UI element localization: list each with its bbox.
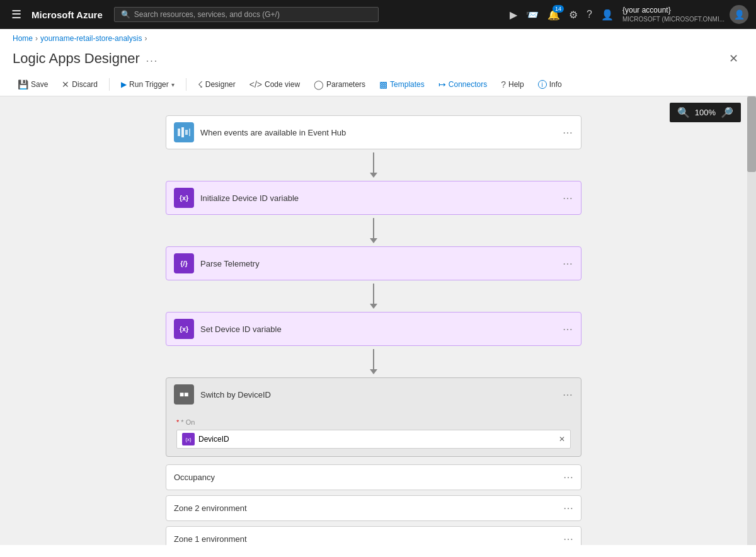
case-occupancy-title: Occupancy xyxy=(174,473,557,482)
node-set-device-id-header: {x} Set Device ID variable ⋯ xyxy=(166,313,581,345)
save-icon: 💾 xyxy=(18,79,28,89)
breadcrumb: Home › yourname-retail-store-analysis › xyxy=(0,29,756,48)
connectors-label: Connectors xyxy=(449,80,487,89)
svg-rect-0 xyxy=(178,129,180,136)
help-toolbar-icon: ? xyxy=(501,79,506,89)
info-label: Info xyxy=(549,80,562,89)
switch-body: * * On {x} DeviceID ✕ xyxy=(166,411,581,456)
zoom-level: 100% xyxy=(695,108,716,117)
node-parse-telemetry-header: {/} Parse Telemetry ⋯ xyxy=(166,247,581,280)
designer-button[interactable]: ☇ Designer xyxy=(193,77,241,92)
account-section[interactable]: {your account} MICROSOFT (MICROSOFT.ONMI… xyxy=(622,5,748,24)
node-init-device-id[interactable]: {x} Initialize Device ID variable ⋯ xyxy=(166,181,581,215)
case-zone2-menu[interactable]: ⋯ xyxy=(563,502,573,514)
node-switch[interactable]: ■■ Switch by DeviceID ⋯ * * On {x} Devic… xyxy=(166,377,581,457)
brand-name: Microsoft Azure xyxy=(32,9,103,20)
node-event-hub-header: When events are available in Event Hub ⋯ xyxy=(166,116,581,149)
case-zone2-title: Zone 2 environment xyxy=(174,503,557,513)
run-trigger-button[interactable]: ▶ Run Trigger ▾ xyxy=(116,78,180,91)
switch-title: Switch by DeviceID xyxy=(200,390,556,399)
breadcrumb-home[interactable]: Home xyxy=(13,34,33,43)
toolbar-sep-2 xyxy=(186,78,186,91)
init-device-id-menu[interactable]: ⋯ xyxy=(563,192,573,204)
cloud-shell-icon[interactable]: ▶ xyxy=(510,9,517,21)
close-button[interactable]: ✕ xyxy=(724,49,743,68)
save-button[interactable]: 💾 Save xyxy=(13,77,53,92)
notification-badge: 14 xyxy=(553,5,564,13)
node-set-device-id[interactable]: {x} Set Device ID variable ⋯ xyxy=(166,312,581,346)
top-bar-icons: ▶ 📨 🔔 14 ⚙ ? 👤 {your account} MICROSOFT … xyxy=(510,5,748,24)
account-name: {your account} xyxy=(622,6,724,16)
case-occupancy[interactable]: Occupancy ⋯ xyxy=(166,464,581,490)
node-init-device-id-header: {x} Initialize Device ID variable ⋯ xyxy=(166,181,581,214)
node-event-hub[interactable]: When events are available in Event Hub ⋯ xyxy=(166,115,581,149)
arrow-2 xyxy=(370,215,377,246)
page-more-button[interactable]: ... xyxy=(146,53,158,64)
case-occupancy-header: Occupancy ⋯ xyxy=(166,465,581,490)
search-placeholder: Search resources, services, and docs (G+… xyxy=(134,10,280,19)
parameters-icon: ◯ xyxy=(314,79,324,89)
connectors-button[interactable]: ↦ Connectors xyxy=(433,77,492,92)
arrow-1 xyxy=(370,149,377,181)
avatar[interactable]: 👤 xyxy=(730,5,748,24)
right-scrollbar[interactable] xyxy=(747,96,756,545)
scrollbar-thumb[interactable] xyxy=(747,96,756,172)
toolbar-sep-1 xyxy=(109,78,110,91)
designer-icon: ☇ xyxy=(198,79,203,89)
arrow-4 xyxy=(370,346,377,377)
parse-telemetry-menu[interactable]: ⋯ xyxy=(563,258,573,270)
case-zone2[interactable]: Zone 2 environment ⋯ xyxy=(166,495,581,521)
parameters-button[interactable]: ◯ Parameters xyxy=(309,77,370,92)
templates-label: Templates xyxy=(390,80,425,89)
set-device-id-menu[interactable]: ⋯ xyxy=(563,323,573,335)
toolbar: 💾 Save ✕ Discard ▶ Run Trigger ▾ ☇ Desig… xyxy=(0,73,756,96)
account-text: {your account} MICROSOFT (MICROSOFT.ONMI… xyxy=(622,6,724,24)
discard-button[interactable]: ✕ Discard xyxy=(57,77,103,92)
case-zone1-menu[interactable]: ⋯ xyxy=(563,533,573,545)
code-view-icon: </> xyxy=(249,79,262,89)
help-label: Help xyxy=(508,80,524,89)
case-zone1[interactable]: Zone 1 environment ⋯ xyxy=(166,526,581,545)
breadcrumb-resource[interactable]: yourname-retail-store-analysis xyxy=(40,34,142,43)
search-icon: 🔍 xyxy=(121,10,130,19)
set-var-icon: {x} xyxy=(174,319,194,339)
parse-icon: {/} xyxy=(174,253,194,273)
code-view-button[interactable]: </> Code view xyxy=(244,77,305,92)
portal-icon[interactable]: 👤 xyxy=(601,9,614,21)
page-title: Logic Apps Designer xyxy=(13,50,140,67)
designer-canvas[interactable]: 🔍 100% 🔎 When events are availabl xyxy=(0,96,747,545)
canvas-inner: When events are available in Event Hub ⋯… xyxy=(0,96,747,545)
help-toolbar-button[interactable]: ? Help xyxy=(496,77,529,92)
notifications-icon[interactable]: 🔔 14 xyxy=(547,9,560,21)
info-button[interactable]: i Info xyxy=(533,78,567,91)
event-hub-menu[interactable]: ⋯ xyxy=(563,127,573,139)
info-icon: i xyxy=(538,80,547,89)
svg-rect-2 xyxy=(185,130,188,135)
zoom-out-button[interactable]: 🔍 xyxy=(677,106,690,118)
svg-rect-3 xyxy=(189,129,190,136)
switch-value-pill[interactable]: {x} DeviceID ✕ xyxy=(176,430,571,449)
search-bar[interactable]: 🔍 Search resources, services, and docs (… xyxy=(114,7,379,22)
case-occupancy-menu[interactable]: ⋯ xyxy=(563,471,573,483)
set-device-id-title: Set Device ID variable xyxy=(200,324,556,334)
switch-icon: ■■ xyxy=(174,384,194,405)
templates-button[interactable]: ▩ Templates xyxy=(374,77,430,92)
help-icon[interactable]: ? xyxy=(587,9,592,20)
node-parse-telemetry[interactable]: {/} Parse Telemetry ⋯ xyxy=(166,246,581,280)
case-zone1-header: Zone 1 environment ⋯ xyxy=(166,527,581,545)
breadcrumb-sep-1: › xyxy=(35,34,38,43)
zoom-in-button[interactable]: 🔎 xyxy=(721,106,733,118)
switch-menu[interactable]: ⋯ xyxy=(563,389,573,401)
pill-var-icon: {x} xyxy=(182,433,195,445)
save-label: Save xyxy=(31,80,48,89)
switch-value-remove[interactable]: ✕ xyxy=(559,435,565,444)
designer-label: Designer xyxy=(205,80,236,89)
run-trigger-chevron: ▾ xyxy=(171,81,175,88)
templates-icon: ▩ xyxy=(379,79,387,89)
hamburger-icon[interactable]: ☰ xyxy=(8,5,25,24)
arrow-3 xyxy=(370,280,377,312)
feedback-icon[interactable]: 📨 xyxy=(526,9,539,21)
page-header: Logic Apps Designer ... ✕ xyxy=(0,48,756,73)
settings-icon[interactable]: ⚙ xyxy=(569,9,578,21)
init-device-id-title: Initialize Device ID variable xyxy=(200,193,556,203)
